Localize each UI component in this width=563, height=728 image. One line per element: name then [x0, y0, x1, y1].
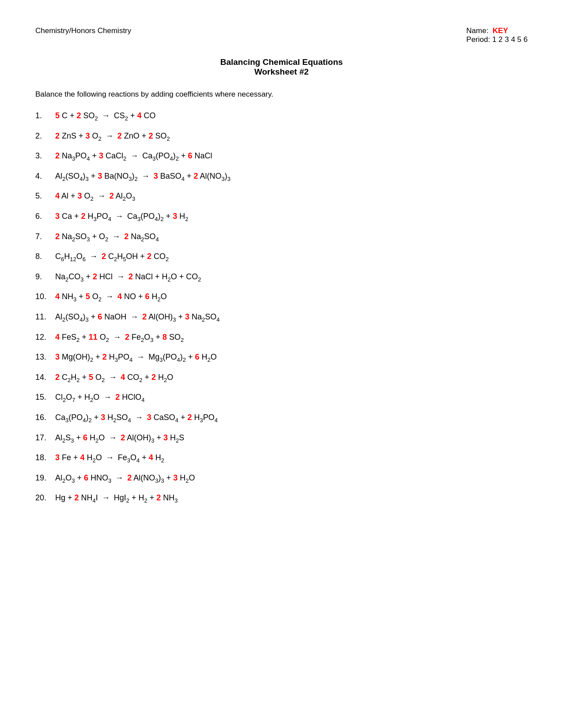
equation-content: 3 Mg(OH)2 + 2 H3PO4 → Mg3(PO4)2 + 6 H2O: [55, 353, 217, 363]
equation-item: 8.C6H12O6 → 2 C2H5OH + 2 CO2: [35, 252, 528, 263]
equation-number: 5.: [35, 191, 55, 201]
equation-number: 13.: [35, 353, 55, 362]
equation-item: 19.Al2O3 + 6 HNO3 → 2 Al(NO3)3 + 3 H2O: [35, 473, 528, 484]
equation-item: 2.2 ZnS + 3 O2 → 2 ZnO + 2 SO2: [35, 131, 528, 142]
equation-number: 11.: [35, 312, 55, 322]
equation-content: Al2(SO4)3 + 3 Ba(NO3)2 → 3 BaSO4 + 2 Al(…: [55, 172, 230, 182]
equation-content: 4 NH3 + 5 O2 → 4 NO + 6 H2O: [55, 292, 167, 303]
equation-number: 4.: [35, 172, 55, 181]
equation-number: 1.: [35, 111, 55, 120]
equation-item: 9.Na2CO3 + 2 HCl → 2 NaCl + H2O + CO2: [35, 272, 528, 283]
name-line: Name: KEY: [466, 26, 528, 35]
equation-number: 16.: [35, 413, 55, 422]
equation-number: 19.: [35, 473, 55, 483]
period-line: Period: 1 2 3 4 5 6: [466, 35, 528, 44]
equation-item: 14.2 C2H2 + 5 O2 → 4 CO2 + 2 H2O: [35, 373, 528, 383]
equation-content: 4 FeS2 + 11 O2 → 2 Fe2O3 + 8 SO2: [55, 333, 184, 343]
equation-content: Na2CO3 + 2 HCl → 2 NaCl + H2O + CO2: [55, 272, 201, 283]
equation-number: 14.: [35, 373, 55, 382]
equation-content: Al2O3 + 6 HNO3 → 2 Al(NO3)3 + 3 H2O: [55, 473, 195, 484]
equation-number: 6.: [35, 212, 55, 221]
equation-item: 7.2 Na2SO3 + O2 → 2 Na2SO4: [35, 232, 528, 243]
equation-item: 6.3 Ca + 2 H3PO4 → Ca3(PO4)2 + 3 H2: [35, 212, 528, 222]
equation-content: Al2S3 + 6 H2O → 2 Al(OH)3 + 3 H2S: [55, 433, 184, 444]
equation-number: 17.: [35, 433, 55, 443]
equation-content: 2 Na3PO4 + 3 CaCl2 → Ca3(PO4)2 + 6 NaCl: [55, 151, 212, 162]
name-label: Name:: [466, 26, 488, 35]
equation-number: 18.: [35, 453, 55, 462]
header-row: Chemistry/Honors Chemistry Name: KEY Per…: [35, 26, 528, 44]
title-line1: Balancing Chemical Equations: [35, 57, 528, 67]
equation-item: 18.3 Fe + 4 H2O → Fe3O4 + 4 H2: [35, 453, 528, 464]
equation-item: 5.4 Al + 3 O2 → 2 Al2O3: [35, 191, 528, 202]
equation-number: 2.: [35, 131, 55, 141]
equation-item: 16.Ca3(PO4)2 + 3 H2SO4 → 3 CaSO4 + 2 H3P…: [35, 413, 528, 424]
equation-content: Al2(SO4)3 + 6 NaOH → 2 Al(OH)3 + 3 Na2SO…: [55, 312, 220, 323]
equation-number: 9.: [35, 272, 55, 281]
equation-item: 4.Al2(SO4)3 + 3 Ba(NO3)2 → 3 BaSO4 + 2 A…: [35, 172, 528, 182]
equation-number: 20.: [35, 493, 55, 503]
equation-number: 15.: [35, 393, 55, 402]
equation-content: 3 Ca + 2 H3PO4 → Ca3(PO4)2 + 3 H2: [55, 212, 188, 222]
equation-content: C6H12O6 → 2 C2H5OH + 2 CO2: [55, 252, 169, 263]
equation-item: 1.5 C + 2 SO2 → CS2 + 4 CO: [35, 111, 528, 122]
title-block: Balancing Chemical Equations Worksheet #…: [35, 57, 528, 77]
equation-item: 17.Al2S3 + 6 H2O → 2 Al(OH)3 + 3 H2S: [35, 433, 528, 444]
equation-content: Hg + 2 NH4I → HgI2 + H2 + 2 NH3: [55, 493, 178, 504]
title-line2: Worksheet #2: [35, 67, 528, 77]
equation-number: 7.: [35, 232, 55, 241]
equation-content: 5 C + 2 SO2 → CS2 + 4 CO: [55, 111, 156, 122]
equation-content: 2 Na2SO3 + O2 → 2 Na2SO4: [55, 232, 159, 243]
equation-item: 15.Cl2O7 + H2O → 2 HClO4: [35, 393, 528, 403]
equation-number: 10.: [35, 292, 55, 301]
equation-item: 13.3 Mg(OH)2 + 2 H3PO4 → Mg3(PO4)2 + 6 H…: [35, 353, 528, 363]
equation-item: 20.Hg + 2 NH4I → HgI2 + H2 + 2 NH3: [35, 493, 528, 504]
equation-content: 2 C2H2 + 5 O2 → 4 CO2 + 2 H2O: [55, 373, 173, 383]
equation-item: 10.4 NH3 + 5 O2 → 4 NO + 6 H2O: [35, 292, 528, 303]
equation-list: 1.5 C + 2 SO2 → CS2 + 4 CO2.2 ZnS + 3 O2…: [35, 111, 528, 504]
equation-number: 12.: [35, 333, 55, 342]
name-value: KEY: [493, 26, 508, 35]
equation-item: 11.Al2(SO4)3 + 6 NaOH → 2 Al(OH)3 + 3 Na…: [35, 312, 528, 323]
equation-number: 3.: [35, 151, 55, 161]
equation-content: 3 Fe + 4 H2O → Fe3O4 + 4 H2: [55, 453, 164, 464]
equation-item: 12.4 FeS2 + 11 O2 → 2 Fe2O3 + 8 SO2: [35, 333, 528, 343]
equation-content: Ca3(PO4)2 + 3 H2SO4 → 3 CaSO4 + 2 H3PO4: [55, 413, 218, 424]
equation-content: Cl2O7 + H2O → 2 HClO4: [55, 393, 144, 403]
equation-number: 8.: [35, 252, 55, 261]
equation-item: 3.2 Na3PO4 + 3 CaCl2 → Ca3(PO4)2 + 6 NaC…: [35, 151, 528, 162]
header-left: Chemistry/Honors Chemistry: [35, 26, 131, 35]
header-right: Name: KEY Period: 1 2 3 4 5 6: [466, 26, 528, 44]
equation-content: 2 ZnS + 3 O2 → 2 ZnO + 2 SO2: [55, 131, 170, 142]
equation-content: 4 Al + 3 O2 → 2 Al2O3: [55, 191, 135, 202]
instructions: Balance the following reactions by addin…: [35, 90, 528, 99]
